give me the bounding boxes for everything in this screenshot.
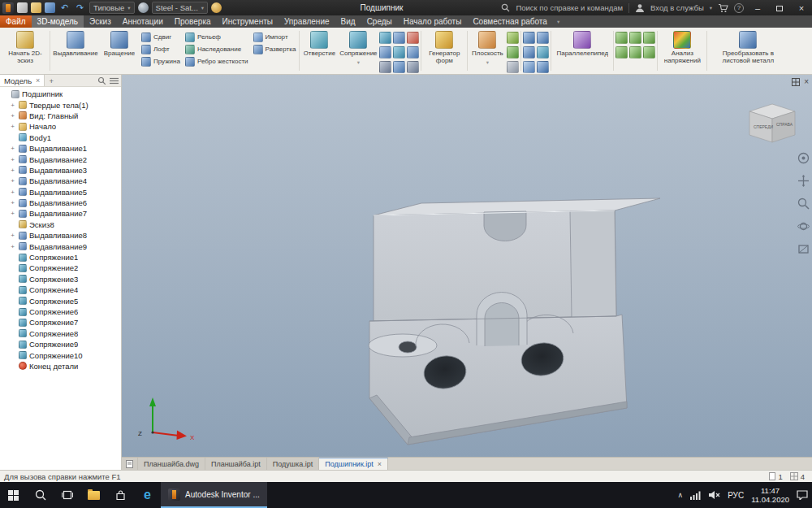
ribbon-tab-get-started[interactable]: Начало работы [398,15,468,28]
tree-item-fillet8[interactable]: Сопряжение8 [0,328,121,339]
tree-item-fillet1[interactable]: Сопряжение1 [0,252,121,263]
ribbon-tab-environments[interactable]: Среды [361,15,398,28]
expand-icon[interactable]: + [9,102,16,109]
ribbon-button-loft[interactable]: Лофт [140,44,182,54]
doc-tabs-menu-icon[interactable] [122,458,138,470]
ribbon-button-fillet[interactable]: Сопряжение▾ [339,28,378,73]
extend-icon[interactable] [643,32,655,44]
doc-tab-podshipnik-ipt[interactable]: Подшипник.ipt× [319,458,388,470]
ribbon-button-revolve[interactable]: Вращение [101,28,138,73]
cart-icon[interactable] [718,3,728,13]
tree-item-root-bearing[interactable]: Подшипник [0,89,121,99]
ribbon-tab-overflow-icon[interactable]: ▾ [553,19,564,25]
tree-item-view-main[interactable]: +Вид: Главный [0,111,121,121]
expand-icon[interactable]: + [9,112,16,119]
patch-icon[interactable] [615,46,628,59]
circular-pattern-icon[interactable] [523,46,535,59]
expand-icon[interactable]: + [9,167,16,174]
close-button[interactable]: × [793,3,810,13]
tree-item-fillet9[interactable]: Сопряжение9 [0,339,121,350]
ribbon-tab-collaborate[interactable]: Совместная работа [467,15,553,28]
inventor-logo-icon[interactable] [2,2,14,14]
pan-icon[interactable] [797,175,810,187]
volume-icon[interactable] [708,490,720,500]
clock[interactable]: 11:47 11.04.2020 [751,486,789,504]
view-cube[interactable]: СПЕРЕДИ СПРАВА [742,99,802,150]
help-search-label[interactable]: Поиск по справке и командам [516,3,623,12]
tree-item-extrusion7[interactable]: +Выдавливание7 [0,208,121,219]
mirror-icon[interactable] [523,61,535,73]
chevron-down-icon[interactable]: ▾ [710,5,712,11]
tree-item-extrusion6[interactable]: +Выдавливание6 [0,198,121,208]
expand-icon[interactable]: + [9,243,16,250]
ribbon-button-extrude[interactable]: Выдавливание [52,28,99,73]
tree-item-extrusion4[interactable]: +Выдавливание4 [0,176,121,186]
hole-pattern-icon[interactable] [537,61,549,73]
material-combo[interactable]: Steel - Sat...▾ [152,2,209,14]
rectangular-pattern-icon[interactable] [523,32,535,44]
doc-tab-podushka-ipt[interactable]: Подушка.ipt [267,458,319,470]
zoom-icon[interactable] [797,198,810,210]
ribbon-button-coil[interactable]: Пружина [140,56,182,67]
combine-icon[interactable] [393,46,405,59]
help-icon[interactable]: ? [734,3,744,13]
sketch-driven-pattern-icon[interactable] [537,32,549,44]
tree-item-origin[interactable]: +Начало [0,121,121,132]
filter-menu-icon[interactable] [110,77,119,85]
file-explorer-button[interactable] [80,482,107,508]
expand-icon[interactable]: + [9,177,16,185]
save-icon[interactable] [45,2,55,13]
ribbon-button-box[interactable]: Параллелепипед [553,28,611,73]
browser-grid-icon[interactable] [792,78,800,86]
ribbon-tab-annotate[interactable]: Аннотации [117,15,169,28]
ribbon-tab-view[interactable]: Вид [335,15,361,28]
3d-viewport[interactable]: × СПЕРЕДИ СПРАВА Z X [122,75,812,457]
boolean-icon[interactable] [537,46,549,59]
thicken-icon[interactable] [393,61,405,73]
bearing-model[interactable] [122,75,812,457]
orbit-icon[interactable] [797,220,810,232]
replace-face-icon[interactable] [643,46,655,59]
tree-item-extrusion1[interactable]: +Выдавливание1 [0,143,121,154]
ribbon-tab-3d-model[interactable]: 3D-модель [32,15,84,28]
tree-item-fillet6[interactable]: Сопряжение6 [0,306,121,317]
undo-icon[interactable]: ↶ [58,2,71,13]
expand-icon[interactable]: + [9,145,16,152]
tree-item-extrusion3[interactable]: +Выдавливание3 [0,165,121,176]
maximize-button[interactable] [771,3,788,13]
expand-icon[interactable]: + [9,232,16,239]
close-icon[interactable]: × [378,460,382,468]
doc-tab-planshayba-ipt[interactable]: Планшайба.ipt [205,458,267,470]
sign-in-label[interactable]: Вход в службы [650,3,704,12]
edge-browser-button[interactable]: e [134,482,161,508]
redo-icon[interactable]: ↷ [74,2,86,13]
ucs-icon[interactable] [507,61,519,73]
new-file-icon[interactable] [17,2,28,13]
search-icon[interactable] [501,3,510,12]
expand-icon[interactable]: + [9,189,16,196]
sculpt-icon[interactable] [629,32,641,44]
store-button[interactable] [107,482,134,508]
start-button[interactable] [0,482,27,508]
draft-icon[interactable] [379,46,391,59]
split-icon[interactable] [393,32,405,44]
ribbon-button-stress-analysis[interactable]: Анализ напряжений [659,28,705,73]
ribbon-button-convert-to-sheet-metal[interactable]: Преобразовать в листовой металл [709,28,787,73]
taskbar-app-inventor[interactable]: Autodesk Inventor ... [161,482,267,508]
taskbar-search-button[interactable] [27,482,54,508]
ribbon-button-unwrap[interactable]: Развертка [252,44,298,54]
thread-icon[interactable] [379,61,391,73]
tray-chevron-icon[interactable]: ∧ [678,491,684,499]
tree-item-fillet2[interactable]: Сопряжение2 [0,263,121,273]
full-navigation-wheel-icon[interactable] [797,152,810,164]
tree-item-fillet3[interactable]: Сопряжение3 [0,274,121,284]
tree-item-body1[interactable]: Body1 [0,132,121,143]
action-center-icon[interactable] [797,490,808,500]
expand-icon[interactable]: + [9,210,16,217]
close-icon[interactable]: × [36,76,40,85]
expand-icon[interactable]: + [9,123,16,130]
shell-icon[interactable] [379,32,391,44]
ribbon-tab-file[interactable]: Файл [0,15,32,28]
ribbon-button-derive[interactable]: Наследование [184,44,250,54]
tree-item-extrusion5[interactable]: +Выдавливание5 [0,187,121,198]
